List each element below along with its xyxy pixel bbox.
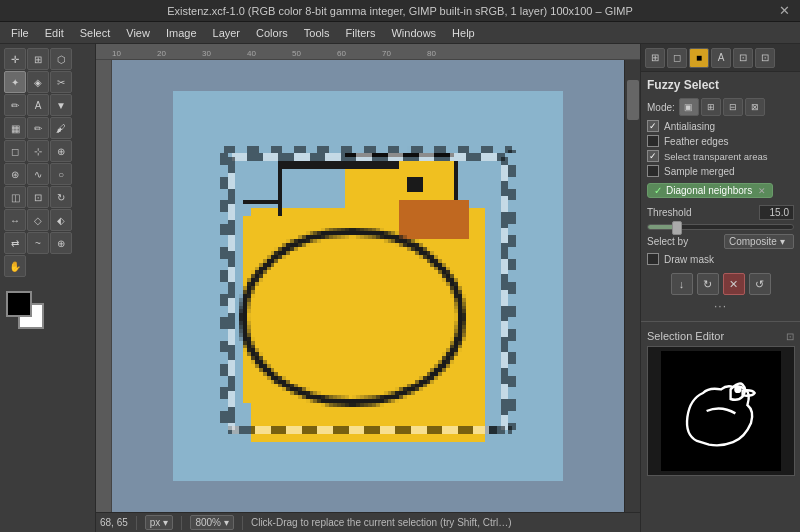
select-transparent-checkbox[interactable] bbox=[647, 150, 659, 162]
antialiasing-checkbox[interactable] bbox=[647, 120, 659, 132]
divider-2 bbox=[181, 516, 182, 530]
tool-warp[interactable]: ~ bbox=[27, 232, 49, 254]
threshold-row: Threshold 15.0 bbox=[647, 205, 794, 220]
panel-channels-btn[interactable]: ◻ bbox=[667, 48, 687, 68]
canvas-viewport[interactable] bbox=[112, 60, 624, 512]
tool-clone[interactable]: ⊕ bbox=[50, 140, 72, 162]
tool-heal[interactable]: ⊛ bbox=[4, 163, 26, 185]
mode-replace-btn[interactable]: ▣ bbox=[679, 98, 699, 116]
menu-item-layer[interactable]: Layer bbox=[206, 25, 248, 41]
tool-paths[interactable]: ✏ bbox=[4, 94, 26, 116]
menu-item-select[interactable]: Select bbox=[73, 25, 118, 41]
delete-btn[interactable]: ✕ bbox=[723, 273, 745, 295]
diagonal-check-icon: ✓ bbox=[654, 185, 662, 196]
select-transparent-label: Select transparent areas bbox=[664, 151, 768, 162]
tool-free-select[interactable]: ⬡ bbox=[50, 48, 72, 70]
draw-mask-row: Draw mask bbox=[647, 253, 794, 265]
menu-item-help[interactable]: Help bbox=[445, 25, 482, 41]
left-ruler bbox=[96, 60, 112, 512]
tool-perspective[interactable]: ⬖ bbox=[50, 209, 72, 231]
fuzzy-select-panel: Fuzzy Select Mode: ▣ ⊞ ⊟ ⊠ Antialiasing … bbox=[641, 72, 800, 317]
titlebar: Existenz.xcf-1.0 (RGB color 8-bit gamma … bbox=[0, 0, 800, 22]
scroll-thumb[interactable] bbox=[627, 80, 639, 120]
right-panel: ⊞ ◻ ■ A ⊡ ⊡ Fuzzy Select Mode: ▣ ⊞ ⊟ ⊠ bbox=[640, 44, 800, 532]
selection-preview bbox=[647, 346, 795, 476]
foreground-color-swatch[interactable] bbox=[6, 291, 32, 317]
tool-blend[interactable]: ▦ bbox=[4, 117, 26, 139]
mode-buttons: ▣ ⊞ ⊟ ⊠ bbox=[679, 98, 765, 116]
tool-text[interactable]: A bbox=[27, 94, 49, 116]
panel-extra-btn[interactable]: ⊡ bbox=[755, 48, 775, 68]
feather-edges-label: Feather edges bbox=[664, 136, 729, 147]
feather-edges-checkbox[interactable] bbox=[647, 135, 659, 147]
divider-3 bbox=[242, 516, 243, 530]
refresh-btn[interactable]: ↻ bbox=[697, 273, 719, 295]
tool-measure[interactable]: ◫ bbox=[4, 186, 26, 208]
tool-move[interactable]: ✛ bbox=[4, 48, 26, 70]
menu-item-view[interactable]: View bbox=[119, 25, 157, 41]
tool-scissors[interactable]: ✂ bbox=[50, 71, 72, 93]
diagonal-neighbors-tag[interactable]: ✓ Diagonal neighbors ✕ bbox=[647, 183, 773, 198]
tool-zoom[interactable]: ⊕ bbox=[50, 232, 72, 254]
tool-dodge[interactable]: ○ bbox=[50, 163, 72, 185]
select-by-dropdown[interactable]: Composite ▾ bbox=[724, 234, 794, 249]
antialiasing-row: Antialiasing bbox=[647, 120, 794, 132]
tool-scale[interactable]: ↔ bbox=[4, 209, 26, 231]
tool-brush[interactable]: 🖌 bbox=[50, 117, 72, 139]
tool-hand[interactable]: ✋ bbox=[4, 255, 26, 277]
tool-flip[interactable]: ⇄ bbox=[4, 232, 26, 254]
close-button[interactable]: ✕ bbox=[776, 3, 792, 19]
zoom-chevron: ▾ bbox=[224, 517, 229, 528]
panel-text-btn[interactable]: A bbox=[711, 48, 731, 68]
threshold-slider-thumb[interactable] bbox=[672, 221, 682, 235]
coords-display: 68, 65 bbox=[100, 517, 128, 528]
tool-crop[interactable]: ⊡ bbox=[27, 186, 49, 208]
tool-eraser[interactable]: ◻ bbox=[4, 140, 26, 162]
top-ruler: 10 20 30 40 50 60 70 80 bbox=[96, 44, 640, 60]
vertical-scrollbar[interactable] bbox=[624, 60, 640, 512]
unit-dropdown[interactable]: px ▾ bbox=[145, 515, 174, 530]
mode-add-btn[interactable]: ⊞ bbox=[701, 98, 721, 116]
mode-row: Mode: ▣ ⊞ ⊟ ⊠ bbox=[647, 98, 794, 116]
duck-canvas bbox=[173, 91, 563, 481]
select-by-row: Select by Composite ▾ bbox=[647, 234, 794, 249]
selection-preview-svg bbox=[661, 351, 781, 471]
panel-toolbar: ⊞ ◻ ■ A ⊡ ⊡ bbox=[641, 44, 800, 72]
selection-editor-title: Selection Editor bbox=[647, 330, 724, 342]
menu-item-tools[interactable]: Tools bbox=[297, 25, 337, 41]
action-buttons: ↓ ↻ ✕ ↺ bbox=[647, 269, 794, 299]
threshold-slider-track[interactable] bbox=[647, 224, 794, 230]
panel-layers-btn[interactable]: ⊞ bbox=[645, 48, 665, 68]
draw-mask-checkbox[interactable] bbox=[647, 253, 659, 265]
tool-align[interactable]: ⊞ bbox=[27, 48, 49, 70]
tool-fuzzy-select[interactable]: ✦ bbox=[4, 71, 26, 93]
zoom-dropdown[interactable]: 800% ▾ bbox=[190, 515, 234, 530]
menu-item-edit[interactable]: Edit bbox=[38, 25, 71, 41]
more-options-btn[interactable]: ··· bbox=[647, 299, 794, 313]
selection-editor-expand-btn[interactable]: ⊡ bbox=[786, 331, 794, 342]
menu-item-colors[interactable]: Colors bbox=[249, 25, 295, 41]
menu-item-image[interactable]: Image bbox=[159, 25, 204, 41]
tool-shear[interactable]: ◇ bbox=[27, 209, 49, 231]
diagonal-neighbors-label: Diagonal neighbors bbox=[666, 185, 752, 196]
select-by-label: Select by bbox=[647, 236, 720, 247]
mode-label: Mode: bbox=[647, 102, 675, 113]
panel-dock-btn[interactable]: ⊡ bbox=[733, 48, 753, 68]
menu-item-windows[interactable]: Windows bbox=[384, 25, 443, 41]
sample-merged-checkbox[interactable] bbox=[647, 165, 659, 177]
tool-pencil[interactable]: ✏ bbox=[27, 117, 49, 139]
tool-bucket[interactable]: ▼ bbox=[50, 94, 72, 116]
diagonal-close-icon: ✕ bbox=[758, 186, 766, 196]
menu-item-filters[interactable]: Filters bbox=[339, 25, 383, 41]
tool-smudge[interactable]: ∿ bbox=[27, 163, 49, 185]
panel-color-btn[interactable]: ■ bbox=[689, 48, 709, 68]
tool-by-color[interactable]: ◈ bbox=[27, 71, 49, 93]
reset-btn[interactable]: ↺ bbox=[749, 273, 771, 295]
threshold-value[interactable]: 15.0 bbox=[759, 205, 794, 220]
tool-airbrush[interactable]: ⊹ bbox=[27, 140, 49, 162]
mode-intersect-btn[interactable]: ⊠ bbox=[745, 98, 765, 116]
mode-subtract-btn[interactable]: ⊟ bbox=[723, 98, 743, 116]
menu-item-file[interactable]: File bbox=[4, 25, 36, 41]
download-btn[interactable]: ↓ bbox=[671, 273, 693, 295]
tool-rotate[interactable]: ↻ bbox=[50, 186, 72, 208]
